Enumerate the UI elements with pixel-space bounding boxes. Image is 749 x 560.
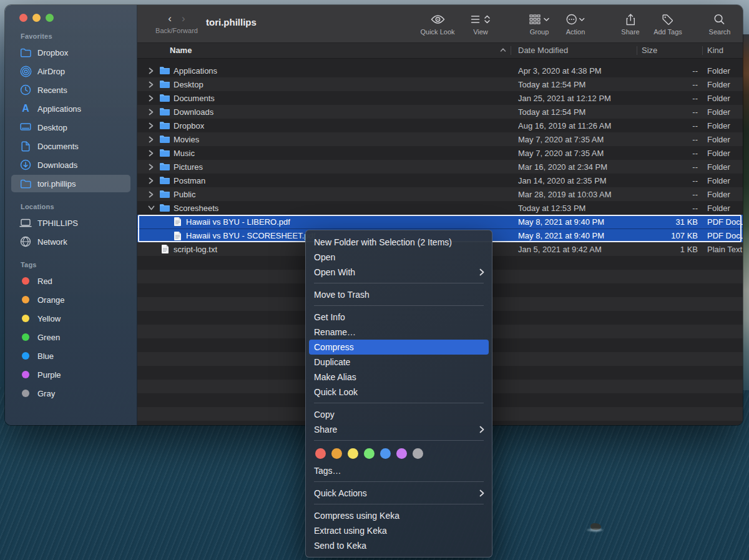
view-button[interactable]: View [471,12,491,36]
disclosure-chevron-right-icon[interactable] [149,177,154,184]
menu-item-label: Move to Trash [314,290,484,300]
context-menu-item[interactable]: Make Alias [306,370,492,385]
sidebar-item[interactable]: Desktop [11,119,130,136]
table-row[interactable]: Postman Jan 14, 2020 at 2:35 PM -- Folde… [137,174,743,187]
sidebar-item[interactable]: tori.phillips [11,175,130,192]
tag-color-dot [22,277,29,285]
table-row[interactable]: Desktop Today at 12:54 PM -- Folder [137,77,743,91]
table-row[interactable]: Documents Jan 25, 2021 at 12:12 PM -- Fo… [137,91,743,105]
disclosure-chevron-down-icon[interactable] [148,205,155,210]
table-row[interactable]: Downloads Today at 12:54 PM -- Folder [137,105,743,119]
sidebar-item[interactable]: Blue [11,347,130,365]
sidebar-item[interactable]: AirDrop [11,62,130,80]
table-row[interactable]: Movies May 7, 2020 at 7:35 AM -- Folder [137,132,743,146]
context-menu-item[interactable]: Tags… [306,463,492,478]
context-menu-item[interactable]: Extract using Keka [306,523,492,538]
context-menu-item[interactable]: Compress using Keka [306,508,492,523]
tag-color-dot[interactable] [380,448,391,459]
context-menu-item[interactable]: Move to Trash [306,287,492,302]
back-button[interactable]: ‹ [168,12,172,25]
context-menu-item[interactable]: Quick Actions [306,486,492,501]
text-file-icon [161,244,169,254]
tag-color-dot [22,333,29,341]
table-row[interactable]: Hawaii vs BYU - LIBERO.pdf May 8, 2021 a… [137,215,743,228]
tag-color-dot[interactable] [315,448,326,459]
sidebar-item[interactable]: Dropbox [11,44,130,61]
sidebar-item[interactable]: Orange [11,291,130,308]
context-menu-item[interactable]: Open With [306,265,492,280]
disclosure-chevron-right-icon[interactable] [149,81,154,88]
tag-color-dot[interactable] [413,448,423,459]
context-menu-item[interactable]: Copy [306,407,492,422]
sidebar-section-label: Tags [5,261,137,272]
sidebar-item[interactable]: Red [11,272,130,290]
table-row[interactable]: Applications Apr 3, 2020 at 4:38 PM -- F… [137,64,743,77]
sidebar-item[interactable]: A Applications [11,100,130,117]
disclosure-chevron-right-icon[interactable] [149,150,154,157]
context-menu-item[interactable]: Get Info [306,310,492,325]
disclosure-chevron-right-icon[interactable] [149,67,154,74]
table-row[interactable]: Scoresheets Today at 12:53 PM -- Folder [137,201,743,215]
date-modified-cell: Mar 16, 2020 at 2:34 PM [518,160,634,174]
context-menu-item[interactable]: Quick Look [306,385,492,400]
menu-item-label: Open With [314,267,479,277]
table-row[interactable]: Public Mar 28, 2019 at 10:03 AM -- Folde… [137,187,743,201]
column-header-kind[interactable]: Kind [707,46,723,55]
tag-color-dot [22,390,29,397]
disclosure-chevron-right-icon[interactable] [149,109,154,115]
kind-cell: Folder [707,64,743,77]
kind-cell: Plain Text Document [707,242,743,256]
sidebar-item[interactable]: Documents [11,137,130,155]
tag-color-dot[interactable] [396,448,407,459]
sidebar-item[interactable]: Purple [11,366,130,383]
column-header-date-modified[interactable]: Date Modified [518,46,568,55]
context-menu-item[interactable]: Compress [309,340,489,355]
sidebar-item[interactable]: Network [11,233,130,250]
file-name: Documents [174,94,215,103]
action-circle-icon [566,14,577,25]
tag-color-dot[interactable] [331,448,342,459]
sidebar-item[interactable]: Green [11,328,130,346]
disclosure-chevron-right-icon[interactable] [149,136,154,143]
context-menu-item[interactable]: Rename… [306,325,492,340]
share-label: Share [621,28,639,36]
action-button[interactable]: Action [566,12,585,36]
zoom-button[interactable] [46,14,54,22]
disclosure-chevron-right-icon[interactable] [149,122,154,129]
tag-color-dot[interactable] [364,448,374,459]
back-forward-label: Back/Forward [155,27,198,34]
add-tags-button[interactable]: Add Tags [654,12,682,36]
column-header-size[interactable]: Size [642,46,657,55]
group-button[interactable]: Group [529,12,549,36]
tag-color-dot[interactable] [348,448,358,459]
sidebar-item[interactable]: Yellow [11,310,130,327]
forward-button[interactable]: › [182,12,185,25]
disclosure-chevron-right-icon[interactable] [149,164,154,170]
disclosure-chevron-right-icon[interactable] [149,191,154,198]
sidebar-item[interactable]: Downloads [11,156,130,174]
context-menu-item[interactable]: New Folder with Selection (2 Items) [306,235,492,250]
close-button[interactable] [19,14,27,22]
context-menu-item[interactable]: Open [306,250,492,265]
toolbar: ‹ › Back/Forward tori.phillips Quick Loo… [137,5,743,43]
minimize-button[interactable] [32,14,41,22]
table-row[interactable]: Dropbox Aug 16, 2019 at 11:26 AM -- Fold… [137,119,743,132]
menu-item-label: Quick Actions [314,488,479,498]
menu-item-label: Send to Keka [314,541,484,551]
column-header-name[interactable]: Name [170,46,192,55]
context-menu-item[interactable]: Share [306,422,492,437]
sidebar-item[interactable]: TPHILLIPS [11,214,130,232]
sidebar-item[interactable]: Gray [11,385,130,402]
menu-item-label: Quick Look [314,387,484,397]
sidebar-section-label: Favorites [5,32,137,43]
table-row[interactable]: Music May 7, 2020 at 7:35 AM -- Folder [137,146,743,160]
table-row[interactable]: Pictures Mar 16, 2020 at 2:34 PM -- Fold… [137,160,743,174]
quick-look-button[interactable]: Quick Look [420,12,454,36]
share-button[interactable]: Share [621,12,639,36]
disclosure-chevron-right-icon[interactable] [149,95,154,102]
context-menu-item[interactable]: Send to Keka [306,538,492,553]
context-menu-item[interactable]: Duplicate [306,355,492,370]
applications-icon: A [22,104,29,114]
sidebar-item[interactable]: Recents [11,81,130,99]
search-button[interactable]: Search [709,12,731,36]
